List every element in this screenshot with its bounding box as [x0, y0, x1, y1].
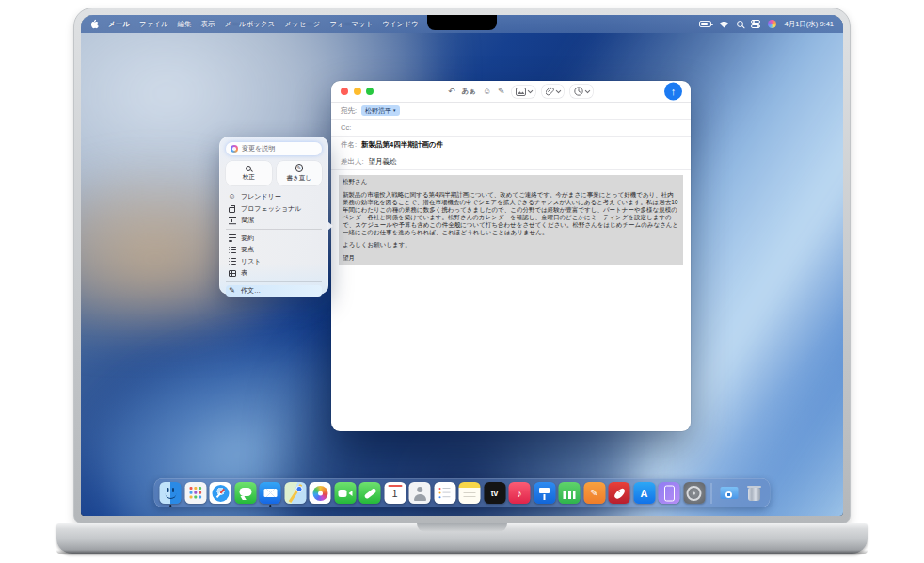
dock-icon-reminders[interactable] [434, 482, 455, 504]
dock-icon-safari[interactable] [210, 482, 231, 504]
dock-icon-facetime[interactable] [334, 482, 356, 504]
dock-icon-downloads-folder[interactable] [718, 482, 740, 504]
menu-item-key-points[interactable]: 要点 [226, 244, 322, 256]
selected-text-block[interactable]: 松野さん 新製品の市場投入戦略に関する第4四半期計画について、改めてご連絡です。… [339, 175, 683, 265]
chevron-down-icon [528, 88, 533, 93]
close-button[interactable] [341, 88, 348, 95]
body-paragraph: 新製品の市場投入戦略に関する第4四半期計画について、改めてご連絡です。今がまさに… [343, 191, 679, 236]
undo-icon[interactable]: ↶ [448, 88, 455, 96]
menu-item-table[interactable]: 表 [226, 267, 322, 280]
subject-field[interactable]: 件名: 新製品第4四半期計画の件 [331, 137, 691, 153]
dock-icon-photos[interactable] [310, 482, 331, 504]
dock-icon-app-store[interactable]: A [633, 482, 655, 504]
menu-window[interactable]: ウインドウ [382, 20, 418, 29]
dock: 1 tv ♪ ✎ A [154, 478, 771, 507]
dock-icon-calendar[interactable]: 1 [384, 482, 406, 504]
menu-mailbox[interactable]: メールボックス [225, 20, 276, 29]
minimize-button[interactable] [354, 88, 361, 95]
dock-icon-iphone-mirroring[interactable] [659, 482, 680, 504]
menu-message[interactable]: メッセージ [284, 20, 320, 29]
format-text-icon[interactable]: あぁ [462, 87, 476, 96]
dock-icon-launchpad[interactable] [184, 482, 206, 504]
to-field[interactable]: 宛先: 松野浩平 ▾ [331, 103, 691, 120]
marketing-canvas: メール ファイル 編集 表示 メールボックス メッセージ フォーマット ウインド… [0, 0, 924, 563]
attach-file-button[interactable] [542, 85, 564, 98]
menu-bar-clock[interactable]: 4月1日(水) 9:41 [784, 20, 834, 29]
dock-icon-numbers[interactable] [559, 482, 581, 504]
dock-icon-pages[interactable]: ✎ [583, 482, 605, 504]
concise-icon [228, 217, 236, 225]
proofread-label: 校正 [243, 173, 255, 182]
proofread-button[interactable]: 校正 [226, 161, 272, 185]
table-icon [228, 270, 236, 277]
macbook-frame: メール ファイル 編集 表示 メールボックス メッセージ フォーマット ウインド… [73, 8, 851, 523]
tv-logo-text: tv [491, 489, 499, 498]
from-value: 望月義絵 [369, 157, 397, 167]
dock-icon-maps[interactable] [284, 482, 306, 504]
cc-field[interactable]: Cc: [331, 120, 691, 137]
menu-file[interactable]: ファイル [139, 20, 168, 29]
describe-change-input[interactable]: 変更を説明 [226, 142, 322, 155]
table-label: 表 [241, 268, 247, 278]
dock-icon-phone[interactable] [359, 482, 381, 504]
dock-icon-mail[interactable] [260, 482, 281, 504]
compose-pen-icon: ✎ [228, 287, 236, 295]
subject-value: 新製品第4四半期計画の件 [361, 140, 443, 150]
dock-icon-rocket[interactable] [609, 482, 630, 504]
summary-label: 要約 [241, 233, 254, 243]
macbook-base [56, 523, 868, 554]
menu-format[interactable]: フォーマット [329, 20, 373, 29]
running-indicator [169, 505, 172, 507]
rewrite-button[interactable]: ✎ 書き直し [277, 161, 323, 185]
dock-icon-finder[interactable] [160, 482, 182, 504]
writing-tools-icon[interactable]: ✎ [498, 88, 505, 96]
dock-icon-notes[interactable] [459, 482, 481, 504]
app-store-a-icon: A [641, 488, 648, 499]
siri-apple-intelligence-icon[interactable] [768, 20, 776, 28]
dock-icon-keynote[interactable] [534, 482, 555, 504]
menu-item-list[interactable]: リスト [226, 256, 322, 268]
dock-icon-system-settings[interactable] [683, 482, 705, 504]
from-field[interactable]: 差出人: 望月義絵 [331, 153, 691, 170]
window-titlebar[interactable]: ↶ あぁ ☺ ✎ [331, 81, 691, 103]
compose-label: 作文… [241, 286, 261, 296]
message-body[interactable]: 松野さん 新製品の市場投入戦略に関する第4四半期計画について、改めてご連絡です。… [331, 170, 691, 431]
body-signature: 望月 [343, 254, 679, 262]
menu-bar-status-area: 4月1日(水) 9:41 [699, 20, 834, 29]
menu-edit[interactable]: 編集 [178, 20, 192, 29]
menu-item-friendly[interactable]: ☺ フレンドリー [226, 191, 322, 203]
schedule-send-button[interactable] [570, 85, 593, 98]
emoji-icon[interactable]: ☺ [483, 88, 491, 96]
dock-icon-music[interactable]: ♪ [509, 482, 531, 504]
photo-browser-button[interactable] [512, 86, 535, 98]
zoom-button[interactable] [366, 88, 374, 95]
menu-app-name[interactable]: メール [108, 20, 130, 29]
dock-icon-trash[interactable] [743, 482, 765, 504]
smiley-icon: ☺ [228, 193, 236, 201]
dock-icon-contacts[interactable] [409, 482, 431, 504]
describe-change-placeholder: 変更を説明 [242, 144, 275, 153]
menu-item-professional[interactable]: プロフェッショナル [226, 203, 322, 216]
chevron-down-icon [556, 88, 561, 93]
menu-separator [226, 282, 322, 282]
key-points-label: 要点 [241, 245, 254, 254]
apple-menu-icon[interactable] [90, 19, 99, 29]
dock-icon-messages[interactable] [234, 482, 256, 504]
briefcase-icon [228, 205, 236, 213]
photo-browser-icon [516, 88, 526, 96]
wifi-icon[interactable] [719, 20, 729, 28]
menu-view[interactable]: 表示 [201, 20, 215, 29]
camera-notch [427, 15, 497, 30]
writing-tools-menu: ☺ フレンドリー プロフェッショナル 簡潔 要約 [226, 191, 322, 297]
control-center-icon[interactable] [751, 20, 760, 28]
menu-item-summary[interactable]: 要約 [226, 233, 322, 245]
dock-icon-apple-tv[interactable]: tv [484, 482, 505, 504]
macbook-base-edge [56, 550, 868, 554]
menu-item-concise[interactable]: 簡潔 [226, 215, 322, 227]
battery-icon[interactable] [699, 21, 711, 27]
recipient-token[interactable]: 松野浩平 ▾ [361, 105, 400, 116]
spotlight-icon[interactable] [737, 21, 743, 27]
chevron-down-icon [585, 88, 590, 93]
menu-item-compose[interactable]: ✎ 作文… [226, 285, 322, 298]
send-button[interactable]: ↑ [664, 83, 682, 101]
